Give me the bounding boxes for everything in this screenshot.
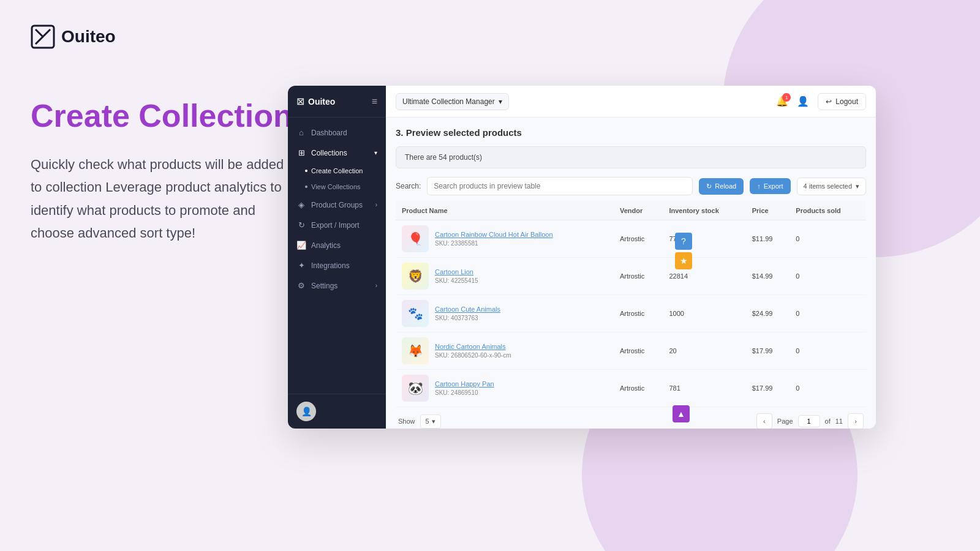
sidebar-item-export-import[interactable]: ↻ Export / Import bbox=[288, 215, 386, 235]
reload-button[interactable]: ↻ Reload bbox=[699, 178, 744, 195]
sidebar-header: ⊠ Ouiteo ≡ bbox=[288, 86, 386, 118]
sub-indicator bbox=[305, 170, 307, 172]
product-name-link-0[interactable]: Cartoon Rainbow Cloud Hot Air Balloon bbox=[435, 231, 553, 238]
selector-label: Ultimate Collection Manager bbox=[402, 97, 495, 106]
controls-bar: Search: ↻ Reload ↑ Export 4 items select… bbox=[396, 177, 866, 195]
search-label: Search: bbox=[396, 182, 421, 190]
col-products-sold: Products sold bbox=[790, 201, 866, 220]
star-button[interactable]: ★ bbox=[675, 252, 692, 269]
scroll-to-top-button[interactable]: ▲ bbox=[673, 405, 690, 422]
cell-vendor-0: Artrostic bbox=[614, 220, 663, 258]
product-sku-0: SKU: 23385581 bbox=[435, 240, 478, 247]
hero-description: Quickly check what products will be adde… bbox=[31, 153, 294, 245]
sidebar-item-collections[interactable]: ⊞ Collections ▾ bbox=[288, 143, 386, 163]
topbar: Ultimate Collection Manager ▾ 🔔 1 👤 ↩ Lo… bbox=[386, 86, 876, 118]
hero-title: Create Collection bbox=[31, 98, 294, 135]
brand-name: Ouiteo bbox=[61, 27, 116, 47]
table-row: 🦊 Nordic Cartoon Animals SKU: 26806520-6… bbox=[396, 332, 866, 370]
cell-price-3: $17.99 bbox=[746, 332, 790, 370]
cell-vendor-2: Artrostic bbox=[614, 295, 663, 332]
collections-icon: ⊞ bbox=[296, 148, 306, 157]
sidebar-nav: ⌂ Dashboard ⊞ Collections ▾ Create Colle… bbox=[288, 118, 386, 394]
product-thumbnail-1: 🦁 bbox=[402, 263, 429, 290]
product-thumb-icon-2: 🐾 bbox=[408, 306, 423, 321]
cell-sold-2: 0 bbox=[790, 295, 866, 332]
table-row: 🦁 Cartoon Lion SKU: 42255415 Artrostic 2… bbox=[396, 258, 866, 295]
analytics-icon: 📈 bbox=[296, 241, 306, 250]
col-product-name: Product Name bbox=[396, 201, 614, 220]
cell-price-2: $24.99 bbox=[746, 295, 790, 332]
help-button[interactable]: ? bbox=[675, 233, 692, 250]
product-sku-2: SKU: 40373763 bbox=[435, 315, 478, 321]
user-profile-button[interactable]: 👤 bbox=[797, 96, 809, 107]
cell-sold-4: 0 bbox=[790, 370, 866, 407]
cell-product-name-1: 🦁 Cartoon Lion SKU: 42255415 bbox=[396, 258, 614, 295]
product-name-link-1[interactable]: Cartoon Lion bbox=[435, 268, 478, 276]
cell-sold-1: 0 bbox=[790, 258, 866, 295]
cell-sold-0: 0 bbox=[790, 220, 866, 258]
sidebar-menu-icon[interactable]: ≡ bbox=[372, 96, 377, 107]
reload-label: Reload bbox=[715, 182, 736, 190]
chevron-right-icon: › bbox=[375, 201, 377, 208]
show-chevron-icon: ▾ bbox=[432, 418, 435, 425]
collection-selector[interactable]: Ultimate Collection Manager ▾ bbox=[396, 93, 509, 110]
show-dropdown[interactable]: 5 ▾ bbox=[420, 414, 441, 429]
sidebar-item-view-collections[interactable]: View Collections bbox=[288, 179, 386, 195]
search-input[interactable] bbox=[427, 177, 693, 195]
col-inventory: Inventory stock bbox=[663, 201, 745, 220]
items-selected-dropdown[interactable]: 4 items selected ▾ bbox=[797, 178, 866, 195]
export-icon: ↑ bbox=[757, 182, 761, 190]
show-select: Show 5 ▾ bbox=[398, 414, 441, 429]
sidebar-logo-icon: ⊠ bbox=[296, 96, 304, 107]
sidebar-item-label: Export / Import bbox=[311, 221, 360, 230]
next-page-button[interactable]: › bbox=[848, 413, 864, 429]
main-content: Ultimate Collection Manager ▾ 🔔 1 👤 ↩ Lo… bbox=[386, 86, 876, 429]
cell-inventory-2: 1000 bbox=[663, 295, 745, 332]
sub-indicator bbox=[305, 186, 307, 188]
prev-page-button[interactable]: ‹ bbox=[756, 413, 772, 429]
topbar-right: 🔔 1 👤 ↩ Logout bbox=[776, 93, 866, 110]
selector-chevron-icon: ▾ bbox=[499, 97, 502, 106]
cell-product-name-4: 🐼 Cartoon Happy Pan SKU: 24869510 bbox=[396, 370, 614, 407]
sidebar-item-settings[interactable]: ⚙ Settings › bbox=[288, 276, 386, 296]
product-name-link-4[interactable]: Cartoon Happy Pan bbox=[435, 380, 494, 388]
logout-label: Logout bbox=[835, 97, 858, 106]
product-sku-4: SKU: 24869510 bbox=[435, 389, 478, 396]
product-info-3: 🦊 Nordic Cartoon Animals SKU: 26806520-6… bbox=[402, 337, 608, 364]
sidebar-item-analytics[interactable]: 📈 Analytics bbox=[288, 235, 386, 255]
col-vendor: Vendor bbox=[614, 201, 663, 220]
sidebar-item-label: Analytics bbox=[311, 241, 341, 250]
page-input[interactable] bbox=[798, 415, 820, 427]
sidebar-sub-label: View Collections bbox=[311, 183, 361, 190]
notification-button[interactable]: 🔔 1 bbox=[776, 96, 788, 107]
product-name-link-2[interactable]: Cartoon Cute Animals bbox=[435, 305, 500, 313]
cell-product-name-2: 🐾 Cartoon Cute Animals SKU: 40373763 bbox=[396, 295, 614, 332]
product-name-link-3[interactable]: Nordic Cartoon Animals bbox=[435, 343, 511, 350]
sidebar-item-integrations[interactable]: ✦ Integrations bbox=[288, 255, 386, 276]
product-count-text: There are 54 product(s) bbox=[405, 153, 482, 162]
col-price: Price bbox=[746, 201, 790, 220]
sidebar-logo: ⊠ Ouiteo bbox=[296, 96, 335, 107]
sidebar-item-label: Settings bbox=[311, 282, 337, 290]
export-button[interactable]: ↑ Export bbox=[750, 178, 790, 194]
cell-inventory-4: 781 bbox=[663, 370, 745, 407]
sidebar-item-product-groups[interactable]: ◈ Product Groups › bbox=[288, 195, 386, 215]
topbar-left: Ultimate Collection Manager ▾ bbox=[396, 93, 509, 110]
product-thumbnail-3: 🦊 bbox=[402, 337, 429, 364]
product-sku-1: SKU: 42255415 bbox=[435, 277, 478, 284]
logout-icon: ↩ bbox=[826, 97, 832, 106]
cell-product-name-0: 🎈 Cartoon Rainbow Cloud Hot Air Balloon … bbox=[396, 220, 614, 258]
side-panel: ? ★ bbox=[675, 233, 692, 269]
of-label: of bbox=[825, 418, 831, 425]
user-avatar[interactable]: 👤 bbox=[296, 402, 316, 421]
product-thumb-icon-1: 🦁 bbox=[408, 269, 423, 283]
product-thumb-icon-4: 🐼 bbox=[408, 381, 423, 395]
logout-button[interactable]: ↩ Logout bbox=[818, 93, 866, 110]
product-info-2: 🐾 Cartoon Cute Animals SKU: 40373763 bbox=[402, 300, 608, 327]
sidebar-item-create-collection[interactable]: Create Collection bbox=[288, 163, 386, 179]
cell-vendor-1: Artrostic bbox=[614, 258, 663, 295]
sidebar-item-dashboard[interactable]: ⌂ Dashboard bbox=[288, 122, 386, 143]
product-thumbnail-4: 🐼 bbox=[402, 375, 429, 402]
page-content: 3. Preview selected products There are 5… bbox=[386, 118, 876, 429]
home-icon: ⌂ bbox=[296, 128, 306, 137]
